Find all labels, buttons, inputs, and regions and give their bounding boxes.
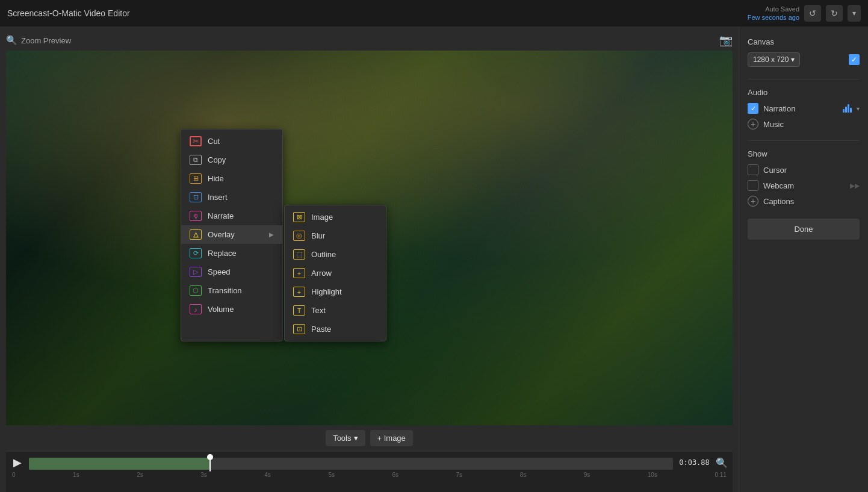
- cursor-label: Cursor: [763, 166, 860, 175]
- menu-item-blur-label: Blur: [311, 231, 325, 240]
- titlebar: Screencast-O-Matic Video Editor Auto Sav…: [0, 0, 868, 26]
- menu-item-replace-label: Replace: [208, 249, 237, 258]
- autosave-label: Auto Saved: [748, 5, 799, 13]
- menu-item-arrow[interactable]: + Arrow: [285, 264, 386, 282]
- menu-item-copy[interactable]: ⧉ Copy: [181, 151, 282, 169]
- music-label: Music: [763, 120, 860, 129]
- menu-item-cut[interactable]: ✂ Cut: [181, 132, 282, 151]
- menu-item-insert[interactable]: ⊡ Insert: [181, 188, 282, 207]
- timeline-track[interactable]: [29, 458, 673, 470]
- audio-bar-4: [850, 108, 852, 113]
- done-button[interactable]: Done: [748, 219, 860, 240]
- overlay-icon: △: [190, 229, 202, 240]
- highlight-icon: +: [293, 287, 305, 297]
- cut-icon: ✂: [190, 136, 202, 146]
- canvas-size-dropdown-icon: ▾: [791, 55, 795, 64]
- image-icon: ⊠: [293, 212, 305, 222]
- narration-row: ✓ Narration ▾: [748, 103, 860, 114]
- tools-button[interactable]: Tools ▾: [326, 430, 365, 446]
- canvas-size-value: 1280 x 720: [753, 55, 789, 64]
- add-image-button[interactable]: + Image: [370, 430, 413, 446]
- play-button[interactable]: ▶: [11, 456, 24, 469]
- menu-item-image-label: Image: [311, 213, 333, 222]
- video-preview: ✂ Cut ⧉ Copy ⊞ Hide ⊡ Insert: [6, 51, 733, 425]
- context-menu-submenu: ⊠ Image ◎ Blur ⬚ Outline + Arrow: [284, 205, 386, 341]
- add-image-label: + Image: [377, 434, 406, 443]
- tools-dropdown-icon: ▾: [354, 434, 358, 443]
- autosave-info: Auto Saved Few seconds ago: [748, 5, 799, 22]
- narration-checkbox[interactable]: ✓: [748, 103, 758, 114]
- menu-item-paste-label: Paste: [311, 325, 331, 334]
- speed-icon: ▷: [190, 267, 202, 277]
- menu-item-speed-label: Speed: [208, 267, 231, 276]
- panel-divider-1: [748, 79, 860, 79]
- tools-label: Tools: [333, 434, 351, 443]
- audio-bar-1: [843, 109, 845, 113]
- webcam-checkbox[interactable]: [748, 180, 758, 191]
- narration-audio-bars: [843, 104, 852, 113]
- timecode-display: 0:03.88: [678, 458, 711, 467]
- menu-item-highlight[interactable]: + Highlight: [285, 282, 386, 301]
- context-menu-main: ✂ Cut ⧉ Copy ⊞ Hide ⊡ Insert: [181, 129, 283, 341]
- timeline-time-labels: 0 1s 2s 3s 4s 5s 6s 7s 8s 9s 10s 0:11: [11, 472, 728, 478]
- menu-item-image[interactable]: ⊠ Image: [285, 208, 386, 226]
- menu-item-speed[interactable]: ▷ Speed: [181, 263, 282, 281]
- canvas-row: 1280 x 720 ▾ ✓: [748, 52, 860, 67]
- timeline-area: ▶ 0:03.88 🔍 0 1s 2s 3s 4s 5s 6s: [6, 451, 733, 492]
- captions-add-button[interactable]: +: [748, 196, 758, 207]
- music-row: + Music: [748, 119, 860, 129]
- canvas-title: Canvas: [748, 37, 860, 46]
- toolbar-row: Tools ▾ + Image: [6, 425, 733, 451]
- menu-item-insert-label: Insert: [208, 193, 228, 202]
- timeline-search-button[interactable]: 🔍: [716, 457, 728, 469]
- narrate-icon: 🎙: [190, 211, 202, 221]
- hide-icon: ⊞: [190, 173, 202, 184]
- text-icon: T: [293, 305, 305, 316]
- music-add-button[interactable]: +: [748, 119, 758, 129]
- captions-label: Captions: [763, 197, 860, 206]
- canvas-checkbox[interactable]: ✓: [849, 54, 860, 65]
- cursor-row: Cursor: [748, 164, 860, 175]
- titlebar-dropdown-button[interactable]: ▾: [848, 5, 861, 22]
- show-title: Show: [748, 149, 860, 158]
- transition-icon: ⬡: [190, 285, 202, 296]
- audio-bar-3: [848, 104, 849, 113]
- menu-item-narrate-label: Narrate: [208, 211, 234, 220]
- menu-item-paste[interactable]: ⊡ Paste: [285, 320, 386, 338]
- menu-item-overlay[interactable]: △ Overlay ▶: [181, 225, 282, 244]
- menu-item-text[interactable]: T Text: [285, 301, 386, 320]
- menu-item-narrate[interactable]: 🎙 Narrate: [181, 207, 282, 225]
- canvas-size-select[interactable]: 1280 x 720 ▾: [748, 52, 800, 67]
- menu-item-volume[interactable]: ♪ Volume: [181, 300, 282, 319]
- menu-item-blur[interactable]: ◎ Blur: [285, 226, 386, 245]
- captions-row: + Captions: [748, 196, 860, 207]
- autosave-time: Few seconds ago: [748, 13, 799, 22]
- arrow-icon: +: [293, 268, 305, 278]
- webcam-chevron-icon: ▶▶: [850, 182, 860, 190]
- menu-item-volume-label: Volume: [208, 305, 234, 314]
- menu-item-outline[interactable]: ⬚ Outline: [285, 245, 386, 264]
- menu-item-hide[interactable]: ⊞ Hide: [181, 169, 282, 188]
- undo-button[interactable]: ↺: [804, 5, 821, 22]
- camera-button[interactable]: 📷: [719, 34, 733, 47]
- titlebar-actions: Auto Saved Few seconds ago ↺ ↻ ▾: [748, 5, 861, 22]
- menu-item-hide-label: Hide: [208, 174, 224, 183]
- zoom-preview-bar: 🔍 Zoom Preview 📷: [6, 31, 733, 51]
- menu-item-cut-label: Cut: [208, 137, 220, 146]
- timeline-controls: ▶ 0:03.88 🔍: [11, 452, 728, 471]
- menu-item-transition[interactable]: ⬡ Transition: [181, 281, 282, 300]
- menu-item-copy-label: Copy: [208, 155, 226, 164]
- webcam-row: Webcam ▶▶: [748, 180, 860, 191]
- copy-icon: ⧉: [190, 155, 202, 165]
- app-title: Screencast-O-Matic Video Editor: [7, 8, 130, 18]
- menu-item-replace[interactable]: ⟳ Replace: [181, 244, 282, 263]
- right-panel: Canvas 1280 x 720 ▾ ✓ Audio ✓ Narration …: [739, 26, 868, 492]
- zoom-preview-label: 🔍 Zoom Preview: [6, 35, 71, 46]
- menu-item-transition-label: Transition: [208, 286, 242, 295]
- redo-button[interactable]: ↻: [826, 5, 843, 22]
- panel-divider-2: [748, 140, 860, 141]
- menu-item-overlay-label: Overlay: [208, 230, 235, 239]
- zoom-preview-text: Zoom Preview: [21, 36, 71, 45]
- narration-dropdown-icon[interactable]: ▾: [857, 105, 860, 112]
- cursor-checkbox[interactable]: [748, 164, 758, 175]
